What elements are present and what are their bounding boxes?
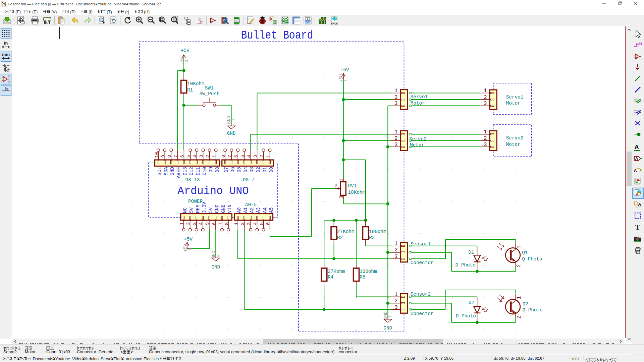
- svg-text:2: 2: [334, 183, 337, 189]
- svg-text:1: 1: [516, 296, 522, 299]
- svg-text:1: 1: [180, 222, 184, 225]
- svg-text:3: 3: [484, 141, 487, 148]
- svg-text:2: 2: [394, 297, 397, 304]
- svg-text:1: 1: [516, 246, 522, 248]
- svg-text:D1: D1: [468, 249, 474, 255]
- svg-text:1: 1: [215, 255, 220, 257]
- svg-text:R2: R2: [337, 235, 343, 241]
- svg-text:2: 2: [516, 316, 522, 319]
- svg-text:D2: D2: [469, 300, 474, 306]
- svg-text:3: 3: [247, 222, 252, 225]
- svg-text:SDA: SDA: [163, 167, 169, 176]
- svg-text:A: A: [634, 168, 637, 173]
- svg-text:D6: D6: [230, 167, 235, 173]
- svg-text:D2: D2: [256, 167, 261, 173]
- svg-text:R1: R1: [187, 87, 193, 93]
- svg-text:A3: A3: [256, 207, 261, 213]
- svg-text:A: A: [635, 156, 638, 161]
- svg-text:Bullet Board: Bullet Board: [241, 29, 313, 42]
- svg-text:3: 3: [339, 196, 344, 198]
- svg-text:Servo1: Servo1: [411, 94, 428, 100]
- svg-text:2: 2: [516, 264, 522, 267]
- svg-text:D7: D7: [224, 167, 229, 173]
- svg-text:1: 1: [394, 128, 397, 135]
- svg-text:Conector: Conector: [411, 260, 434, 266]
- svg-text:2: 2: [394, 247, 397, 253]
- svg-text:R3: R3: [369, 235, 375, 241]
- svg-text:Motor: Motor: [410, 142, 424, 148]
- svg-text:D_Photo: D_Photo: [456, 313, 476, 319]
- svg-text:1: 1: [387, 315, 392, 318]
- svg-text:5: 5: [260, 222, 264, 225]
- svg-text:8: 8: [224, 222, 229, 225]
- svg-text:Servo2: Servo2: [409, 136, 427, 142]
- svg-text:5: 5: [240, 155, 245, 158]
- svg-text:D4: D4: [243, 167, 248, 173]
- svg-text:SCL: SCL: [157, 167, 162, 175]
- svg-text:+5V: +5V: [184, 236, 193, 242]
- svg-text:4: 4: [199, 222, 204, 225]
- svg-text:6: 6: [266, 222, 271, 225]
- svg-text:GND: GND: [227, 131, 236, 136]
- svg-text:GND: GND: [221, 204, 226, 213]
- svg-text:3: 3: [199, 155, 204, 158]
- svg-text:D9: D9: [208, 167, 213, 173]
- svg-text:1: 1: [266, 155, 271, 158]
- svg-text:1: 1: [484, 87, 487, 94]
- svg-text:D10: D10: [202, 167, 207, 175]
- svg-text:3: 3: [394, 253, 397, 260]
- svg-text:1: 1: [343, 79, 348, 81]
- svg-text:NET: NET: [282, 21, 288, 24]
- svg-text:3: 3: [253, 155, 258, 158]
- svg-text:3: 3: [394, 304, 397, 310]
- svg-text:A0-5: A0-5: [245, 202, 257, 207]
- svg-text:$: $: [307, 17, 309, 20]
- svg-text:D0: D0: [268, 167, 274, 173]
- svg-text:AREF: AREF: [176, 167, 181, 178]
- svg-text:VIN: VIN: [227, 204, 232, 213]
- svg-text:5: 5: [186, 155, 191, 158]
- svg-text:mm: mm: [2, 52, 10, 57]
- svg-text:D1: D1: [262, 167, 267, 173]
- svg-text:4: 4: [193, 155, 198, 158]
- svg-text:D8-13: D8-13: [185, 177, 200, 183]
- svg-text:A0: A0: [236, 207, 242, 213]
- svg-text:1: 1: [231, 118, 236, 121]
- svg-text:Sensor1: Sensor1: [411, 241, 431, 247]
- svg-text:Motor: Motor: [506, 141, 521, 147]
- svg-text:8: 8: [167, 155, 172, 158]
- svg-text:27Kohm: 27Kohm: [337, 229, 355, 234]
- svg-text:+5V: +5V: [181, 48, 190, 53]
- svg-text:POWER: POWER: [188, 198, 203, 204]
- svg-text:1: 1: [394, 87, 397, 94]
- svg-text:A2: A2: [249, 207, 255, 213]
- svg-text:2: 2: [240, 222, 245, 225]
- svg-text:Motor: Motor: [506, 100, 521, 106]
- svg-text:6: 6: [212, 222, 216, 225]
- svg-text:Q2: Q2: [523, 301, 528, 307]
- svg-text:100ohm: 100ohm: [360, 268, 377, 274]
- svg-text:27Kohm: 27Kohm: [328, 268, 345, 274]
- svg-text:BACK: BACK: [331, 22, 338, 25]
- svg-text:A: A: [638, 202, 641, 207]
- svg-text:1: 1: [339, 179, 344, 181]
- svg-text:7: 7: [218, 222, 223, 225]
- svg-text:4: 4: [247, 155, 252, 158]
- svg-text:7: 7: [227, 155, 232, 158]
- svg-text:+5V: +5V: [340, 67, 349, 73]
- svg-text:R5: R5: [360, 275, 365, 280]
- svg-text:5: 5: [205, 222, 210, 225]
- svg-text:1: 1: [394, 291, 397, 298]
- svg-text:2: 2: [206, 155, 210, 158]
- svg-text:R4: R4: [328, 275, 333, 280]
- svg-text:SW_Push: SW_Push: [199, 91, 219, 97]
- svg-text:Motor: Motor: [411, 100, 425, 106]
- svg-text:GND: GND: [170, 167, 175, 175]
- svg-text:BOM: BOM: [305, 21, 311, 24]
- svg-text:D0-7: D0-7: [243, 177, 254, 183]
- svg-text:1: 1: [184, 59, 189, 62]
- svg-text:4: 4: [253, 222, 258, 225]
- svg-text:10: 10: [154, 152, 159, 158]
- svg-text:NC: NC: [182, 207, 187, 213]
- svg-text:5V: 5V: [189, 207, 194, 213]
